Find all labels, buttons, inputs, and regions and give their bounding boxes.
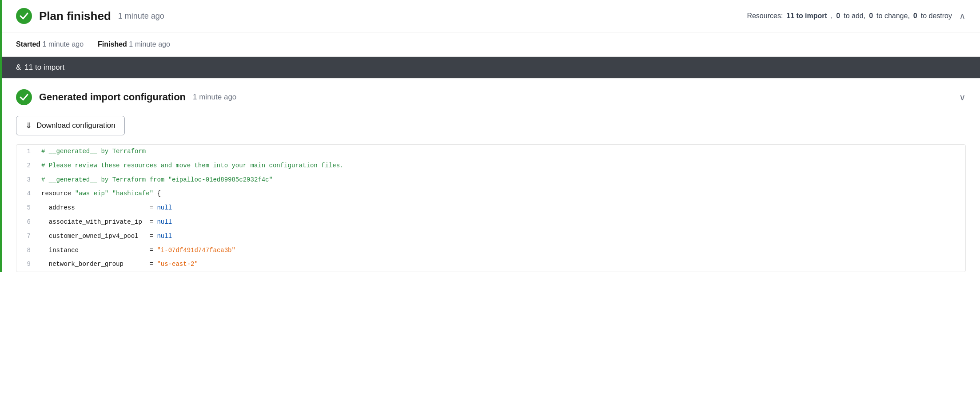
svg-point-0	[16, 8, 32, 24]
table-row: 1 # __generated__ by Terraform	[16, 145, 965, 159]
main-container: Plan finished 1 minute ago Resources: 11…	[0, 0, 980, 272]
line-number: 9	[16, 257, 38, 272]
add-label: to add,	[844, 12, 865, 20]
timing-row: Started 1 minute ago Finished 1 minute a…	[2, 32, 980, 57]
line-code: instance = "i-07df491d747faca3b"	[38, 244, 965, 258]
import-bar-text: 11 to import	[24, 63, 64, 72]
line-code: resource "aws_eip" "hashicafe" {	[38, 187, 965, 201]
line-code: # Please review these resources and move…	[38, 159, 965, 173]
table-row: 4 resource "aws_eip" "hashicafe" {	[16, 187, 965, 201]
collapse-icon[interactable]: ∧	[959, 11, 966, 21]
plan-resources: Resources: 11 to import, 0 to add, 0 to …	[747, 11, 966, 21]
line-number: 4	[16, 187, 38, 201]
table-row: 6 associate_with_private_ip = null	[16, 215, 965, 229]
finished-info: Finished 1 minute ago	[98, 40, 170, 48]
line-code: customer_owned_ipv4_pool = null	[38, 229, 965, 244]
import-bar: & 11 to import	[2, 57, 980, 78]
finished-value: 1 minute ago	[129, 40, 170, 48]
import-count: 11 to import	[786, 12, 827, 20]
line-number: 3	[16, 173, 38, 187]
started-label: Started	[16, 40, 40, 48]
line-number: 7	[16, 229, 38, 244]
table-row: 3 # __generated__ by Terraform from "eip…	[16, 173, 965, 187]
table-row: 8 instance = "i-07df491d747faca3b"	[16, 244, 965, 258]
line-code: network_border_group = "us-east-2"	[38, 257, 965, 272]
table-row: 2 # Please review these resources and mo…	[16, 159, 965, 173]
download-label: Download configuration	[36, 121, 116, 130]
svg-point-1	[16, 89, 32, 105]
table-row: 7 customer_owned_ipv4_pool = null	[16, 229, 965, 244]
started-value: 1 minute ago	[43, 40, 84, 48]
code-table: 1 # __generated__ by Terraform 2 # Pleas…	[16, 145, 965, 272]
generated-section: Generated import configuration 1 minute …	[2, 78, 980, 272]
plan-title: Plan finished	[39, 9, 111, 23]
download-configuration-button[interactable]: ⇓ Download configuration	[16, 116, 125, 135]
import-bar-symbol: &	[16, 63, 21, 72]
line-code: associate_with_private_ip = null	[38, 215, 965, 229]
destroy-count: 0	[913, 12, 917, 20]
add-count: 0	[836, 12, 840, 20]
table-row: 9 network_border_group = "us-east-2"	[16, 257, 965, 272]
expand-icon[interactable]: ∨	[959, 92, 966, 103]
plan-header-left: Plan finished 1 minute ago	[16, 8, 164, 24]
finished-label: Finished	[98, 40, 127, 48]
line-code: # __generated__ by Terraform from "eipal…	[38, 173, 965, 187]
line-number: 8	[16, 244, 38, 258]
change-label: to change,	[876, 12, 910, 20]
resources-label: Resources:	[747, 12, 783, 20]
table-row: 5 address = null	[16, 201, 965, 215]
code-block: 1 # __generated__ by Terraform 2 # Pleas…	[16, 144, 966, 272]
line-code: # __generated__ by Terraform	[38, 145, 965, 159]
line-code: address = null	[38, 201, 965, 215]
gen-check-icon	[16, 89, 32, 105]
plan-time: 1 minute ago	[118, 12, 164, 21]
destroy-label: to destroy	[921, 12, 952, 20]
line-number: 1	[16, 145, 38, 159]
gen-header: Generated import configuration 1 minute …	[16, 89, 966, 105]
line-number: 2	[16, 159, 38, 173]
gen-time: 1 minute ago	[193, 93, 236, 102]
started-info: Started 1 minute ago	[16, 40, 84, 48]
line-number: 6	[16, 215, 38, 229]
check-circle-icon	[16, 8, 32, 24]
gen-header-left: Generated import configuration 1 minute …	[16, 89, 236, 105]
gen-title: Generated import configuration	[39, 91, 186, 103]
plan-header: Plan finished 1 minute ago Resources: 11…	[2, 0, 980, 32]
change-count: 0	[869, 12, 873, 20]
line-number: 5	[16, 201, 38, 215]
download-icon: ⇓	[25, 121, 32, 130]
